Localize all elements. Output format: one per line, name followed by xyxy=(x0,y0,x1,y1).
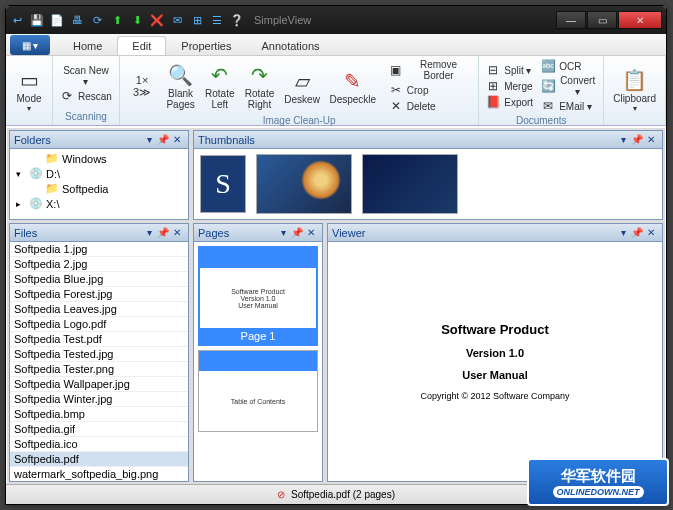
split-button[interactable]: ⊟Split ▾ xyxy=(483,62,536,78)
tab-edit[interactable]: Edit xyxy=(117,36,166,55)
folders-panel: Folders ▾ 📌 ✕ 📁Windows▾💿D:\📁Softpedia▸💿X… xyxy=(9,130,189,220)
group-documents: Documents xyxy=(483,114,599,127)
pin-icon[interactable]: 📌 xyxy=(156,226,170,240)
merge-button[interactable]: ⊞Merge xyxy=(483,78,536,94)
folder-item[interactable]: ▸💿X:\ xyxy=(12,196,186,211)
close-panel-icon[interactable]: ✕ xyxy=(304,226,318,240)
content-area: Folders ▾ 📌 ✕ 📁Windows▾💿D:\📁Softpedia▸💿X… xyxy=(7,128,665,484)
tab-home[interactable]: Home xyxy=(58,36,117,55)
page-thumbnail[interactable]: Table of Contents xyxy=(198,350,318,432)
qat-icon[interactable]: ⬇ xyxy=(130,13,144,27)
tab-properties[interactable]: Properties xyxy=(166,36,246,55)
file-item[interactable]: Softpedia Wallpaper.jpg xyxy=(10,377,188,392)
rotate-right-button[interactable]: ↷Rotate Right xyxy=(241,60,279,112)
convert-button[interactable]: 🔄Convert ▾ xyxy=(538,74,599,98)
clipboard-button[interactable]: 📋Clipboard▾ xyxy=(608,65,661,115)
scan-new-button[interactable]: Scan New ▾ xyxy=(57,64,115,88)
export-icon: 📕 xyxy=(486,95,500,109)
pin-icon[interactable]: 📌 xyxy=(290,226,304,240)
pin-icon[interactable]: 📌 xyxy=(630,226,644,240)
doc-copyright: Copyright © 2012 Software Company xyxy=(420,391,569,401)
folder-tree[interactable]: 📁Windows▾💿D:\📁Softpedia▸💿X:\ xyxy=(10,149,188,213)
file-item[interactable]: Softpedia Tested.jpg xyxy=(10,347,188,362)
file-item[interactable]: Softpedia.pdf xyxy=(10,452,188,467)
pages-body[interactable]: Software Product Version 1.0 User Manual… xyxy=(194,242,322,481)
thumbnails-panel: Thumbnails ▾ 📌 ✕ S xyxy=(193,130,663,220)
tab-annotations[interactable]: Annotations xyxy=(246,36,334,55)
qat-icon[interactable]: ⟳ xyxy=(90,13,104,27)
doc-title: Software Product xyxy=(441,322,549,337)
rescan-icon: ⟳ xyxy=(60,89,74,103)
folder-item[interactable]: ▾💿D:\ xyxy=(12,166,186,181)
file-item[interactable]: Softpedia.ico xyxy=(10,437,188,452)
duplicate-button[interactable]: 1× 3≫ xyxy=(124,71,160,101)
close-button[interactable]: ✕ xyxy=(618,11,662,29)
file-item[interactable]: Softpedia 2.jpg xyxy=(10,257,188,272)
file-item[interactable]: Softpedia Leaves.jpg xyxy=(10,302,188,317)
window-title: SimpleView xyxy=(254,14,555,26)
thumbnail-item[interactable]: S xyxy=(200,155,246,213)
dropdown-icon[interactable]: ▾ xyxy=(142,133,156,147)
file-item[interactable]: Softpedia Test.pdf xyxy=(10,332,188,347)
file-item[interactable]: Softpedia Winter.jpg xyxy=(10,392,188,407)
folder-item[interactable]: 📁Softpedia xyxy=(12,181,186,196)
ocr-button[interactable]: 🔤OCR xyxy=(538,58,599,74)
delete-icon: ✕ xyxy=(389,99,403,113)
close-panel-icon[interactable]: ✕ xyxy=(644,226,658,240)
file-item[interactable]: Softpedia Forest.jpg xyxy=(10,287,188,302)
qat-icon[interactable]: 🖶 xyxy=(70,13,84,27)
deskew-icon: ▱ xyxy=(288,68,316,94)
qat-icon[interactable]: ❌ xyxy=(150,13,164,27)
app-menu-button[interactable]: ▦ ▾ xyxy=(10,35,50,55)
despeckle-button[interactable]: ✎Despeckle xyxy=(326,66,380,107)
qat-icon[interactable]: 💾 xyxy=(30,13,44,27)
file-item[interactable]: Softpedia Blue.jpg xyxy=(10,272,188,287)
page-thumbnail[interactable]: Software Product Version 1.0 User Manual… xyxy=(198,246,318,346)
file-item[interactable]: Softpedia Tester.png xyxy=(10,362,188,377)
file-item[interactable]: Softpedia 1.jpg xyxy=(10,242,188,257)
dropdown-icon[interactable]: ▾ xyxy=(276,226,290,240)
file-item[interactable]: Softpedia.gif xyxy=(10,422,188,437)
qat-icon[interactable]: ⊞ xyxy=(190,13,204,27)
file-item[interactable]: watermark_softpedia_big.png xyxy=(10,467,188,481)
close-panel-icon[interactable]: ✕ xyxy=(644,133,658,147)
crop-button[interactable]: ✂Crop xyxy=(386,82,474,98)
file-item[interactable]: Softpedia Logo.pdf xyxy=(10,317,188,332)
help-icon[interactable]: ❔ xyxy=(230,13,244,27)
pages-header: Pages ▾ 📌 ✕ xyxy=(194,224,322,242)
file-item[interactable]: Softpedia.bmp xyxy=(10,407,188,422)
rotate-left-button[interactable]: ↶Rotate Left xyxy=(201,60,239,112)
remove-border-button[interactable]: ▣Remove Border xyxy=(386,58,474,82)
thumbnail-item[interactable] xyxy=(256,154,352,214)
qat-icon[interactable]: 📄 xyxy=(50,13,64,27)
qat-icon[interactable]: ⬆ xyxy=(110,13,124,27)
watermark-logo: 华军软件园 ONLINEDOWN.NET xyxy=(527,458,669,506)
thumbnail-item[interactable] xyxy=(362,154,458,214)
doc-subtitle: User Manual xyxy=(462,369,527,381)
deskew-button[interactable]: ▱Deskew xyxy=(280,66,323,107)
close-panel-icon[interactable]: ✕ xyxy=(170,133,184,147)
file-list[interactable]: Softpedia 1.jpgSoftpedia 2.jpgSoftpedia … xyxy=(10,242,188,481)
rescan-button[interactable]: ⟳Rescan xyxy=(57,88,115,104)
dropdown-icon[interactable]: ▾ xyxy=(616,133,630,147)
viewer-body[interactable]: Software Product Version 1.0 User Manual… xyxy=(328,242,662,481)
rotate-left-icon: ↶ xyxy=(206,62,234,88)
delete-button[interactable]: ✕Delete xyxy=(386,98,474,114)
folder-item[interactable]: 📁Windows xyxy=(12,151,186,166)
export-button[interactable]: 📕Export xyxy=(483,94,536,110)
email-button[interactable]: ✉EMail ▾ xyxy=(538,98,599,114)
qat-icon[interactable]: ✉ xyxy=(170,13,184,27)
minimize-button[interactable]: — xyxy=(556,11,586,29)
blank-pages-button[interactable]: 🔍Blank Pages xyxy=(162,60,199,112)
mode-button[interactable]: ▭ Mode▾ xyxy=(10,65,48,115)
blank-pages-icon: 🔍 xyxy=(167,62,195,88)
qat-icon[interactable]: ☰ xyxy=(210,13,224,27)
pin-icon[interactable]: 📌 xyxy=(630,133,644,147)
pin-icon[interactable]: 📌 xyxy=(156,133,170,147)
qat-icon[interactable]: ↩ xyxy=(10,13,24,27)
dropdown-icon[interactable]: ▾ xyxy=(616,226,630,240)
close-panel-icon[interactable]: ✕ xyxy=(170,226,184,240)
dropdown-icon[interactable]: ▾ xyxy=(142,226,156,240)
maximize-button[interactable]: ▭ xyxy=(587,11,617,29)
convert-icon: 🔄 xyxy=(541,79,555,93)
